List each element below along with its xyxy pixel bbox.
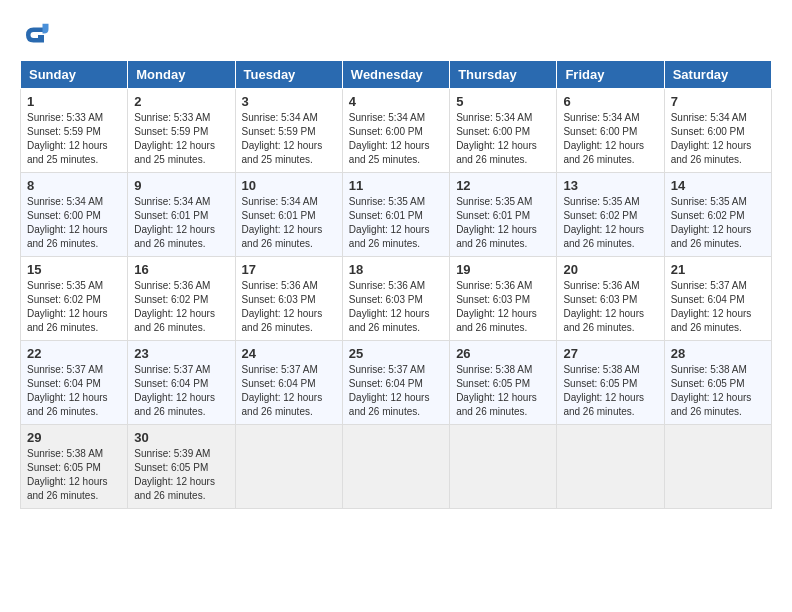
day-info: Sunrise: 5:35 AM Sunset: 6:02 PM Dayligh… — [671, 195, 765, 251]
calendar-week-row: 15 Sunrise: 5:35 AM Sunset: 6:02 PM Dayl… — [21, 257, 772, 341]
day-info: Sunrise: 5:39 AM Sunset: 6:05 PM Dayligh… — [134, 447, 228, 503]
sunrise-label: Sunrise: 5:34 AM — [456, 112, 532, 123]
daylight-label: Daylight: 12 hours — [134, 140, 215, 151]
sunrise-label: Sunrise: 5:39 AM — [134, 448, 210, 459]
calendar-cell: 29 Sunrise: 5:38 AM Sunset: 6:05 PM Dayl… — [21, 425, 128, 509]
sunset-label: Sunset: 6:04 PM — [134, 378, 208, 389]
daylight-minutes: and 26 minutes. — [242, 238, 313, 249]
weekday-header-saturday: Saturday — [664, 61, 771, 89]
calendar-cell: 27 Sunrise: 5:38 AM Sunset: 6:05 PM Dayl… — [557, 341, 664, 425]
sunrise-label: Sunrise: 5:38 AM — [563, 364, 639, 375]
day-info: Sunrise: 5:37 AM Sunset: 6:04 PM Dayligh… — [134, 363, 228, 419]
calendar-cell: 2 Sunrise: 5:33 AM Sunset: 5:59 PM Dayli… — [128, 89, 235, 173]
logo-icon — [20, 20, 50, 50]
daylight-minutes: and 26 minutes. — [563, 322, 634, 333]
weekday-header-monday: Monday — [128, 61, 235, 89]
weekday-header-wednesday: Wednesday — [342, 61, 449, 89]
daylight-label: Daylight: 12 hours — [27, 308, 108, 319]
daylight-label: Daylight: 12 hours — [27, 476, 108, 487]
daylight-label: Daylight: 12 hours — [349, 308, 430, 319]
day-info: Sunrise: 5:33 AM Sunset: 5:59 PM Dayligh… — [134, 111, 228, 167]
daylight-minutes: and 26 minutes. — [456, 154, 527, 165]
calendar-cell: 5 Sunrise: 5:34 AM Sunset: 6:00 PM Dayli… — [450, 89, 557, 173]
day-info: Sunrise: 5:38 AM Sunset: 6:05 PM Dayligh… — [563, 363, 657, 419]
daylight-label: Daylight: 12 hours — [563, 224, 644, 235]
page-container: SundayMondayTuesdayWednesdayThursdayFrid… — [20, 20, 772, 509]
sunrise-label: Sunrise: 5:33 AM — [27, 112, 103, 123]
daylight-label: Daylight: 12 hours — [134, 308, 215, 319]
sunrise-label: Sunrise: 5:37 AM — [349, 364, 425, 375]
calendar-cell: 19 Sunrise: 5:36 AM Sunset: 6:03 PM Dayl… — [450, 257, 557, 341]
daylight-minutes: and 26 minutes. — [134, 490, 205, 501]
weekday-header-thursday: Thursday — [450, 61, 557, 89]
calendar-cell: 10 Sunrise: 5:34 AM Sunset: 6:01 PM Dayl… — [235, 173, 342, 257]
calendar-cell: 26 Sunrise: 5:38 AM Sunset: 6:05 PM Dayl… — [450, 341, 557, 425]
sunset-label: Sunset: 6:01 PM — [456, 210, 530, 221]
sunset-label: Sunset: 6:05 PM — [27, 462, 101, 473]
sunrise-label: Sunrise: 5:36 AM — [134, 280, 210, 291]
sunset-label: Sunset: 6:01 PM — [134, 210, 208, 221]
calendar-cell — [342, 425, 449, 509]
sunset-label: Sunset: 6:03 PM — [456, 294, 530, 305]
calendar-cell — [664, 425, 771, 509]
day-info: Sunrise: 5:34 AM Sunset: 6:01 PM Dayligh… — [134, 195, 228, 251]
calendar-cell: 4 Sunrise: 5:34 AM Sunset: 6:00 PM Dayli… — [342, 89, 449, 173]
calendar-cell — [450, 425, 557, 509]
daylight-minutes: and 26 minutes. — [349, 238, 420, 249]
daylight-label: Daylight: 12 hours — [563, 308, 644, 319]
daylight-minutes: and 26 minutes. — [134, 238, 205, 249]
calendar-cell — [235, 425, 342, 509]
sunrise-label: Sunrise: 5:34 AM — [242, 112, 318, 123]
day-number: 25 — [349, 346, 443, 361]
daylight-label: Daylight: 12 hours — [134, 224, 215, 235]
sunset-label: Sunset: 6:02 PM — [671, 210, 745, 221]
weekday-header-row: SundayMondayTuesdayWednesdayThursdayFrid… — [21, 61, 772, 89]
day-info: Sunrise: 5:35 AM Sunset: 6:02 PM Dayligh… — [563, 195, 657, 251]
daylight-minutes: and 26 minutes. — [456, 406, 527, 417]
day-number: 11 — [349, 178, 443, 193]
daylight-label: Daylight: 12 hours — [349, 392, 430, 403]
sunrise-label: Sunrise: 5:37 AM — [242, 364, 318, 375]
sunrise-label: Sunrise: 5:38 AM — [671, 364, 747, 375]
day-number: 29 — [27, 430, 121, 445]
sunset-label: Sunset: 6:00 PM — [456, 126, 530, 137]
daylight-minutes: and 26 minutes. — [563, 154, 634, 165]
day-info: Sunrise: 5:34 AM Sunset: 6:00 PM Dayligh… — [456, 111, 550, 167]
day-number: 27 — [563, 346, 657, 361]
day-number: 26 — [456, 346, 550, 361]
calendar-cell: 13 Sunrise: 5:35 AM Sunset: 6:02 PM Dayl… — [557, 173, 664, 257]
sunset-label: Sunset: 6:01 PM — [242, 210, 316, 221]
day-info: Sunrise: 5:34 AM Sunset: 6:00 PM Dayligh… — [27, 195, 121, 251]
day-info: Sunrise: 5:34 AM Sunset: 6:00 PM Dayligh… — [349, 111, 443, 167]
daylight-label: Daylight: 12 hours — [456, 392, 537, 403]
sunrise-label: Sunrise: 5:34 AM — [671, 112, 747, 123]
day-number: 14 — [671, 178, 765, 193]
day-info: Sunrise: 5:38 AM Sunset: 6:05 PM Dayligh… — [27, 447, 121, 503]
daylight-minutes: and 26 minutes. — [456, 322, 527, 333]
daylight-minutes: and 26 minutes. — [27, 490, 98, 501]
day-number: 4 — [349, 94, 443, 109]
day-info: Sunrise: 5:35 AM Sunset: 6:01 PM Dayligh… — [456, 195, 550, 251]
day-number: 5 — [456, 94, 550, 109]
daylight-minutes: and 26 minutes. — [671, 322, 742, 333]
day-number: 16 — [134, 262, 228, 277]
weekday-header-friday: Friday — [557, 61, 664, 89]
sunset-label: Sunset: 6:05 PM — [671, 378, 745, 389]
daylight-label: Daylight: 12 hours — [456, 308, 537, 319]
daylight-minutes: and 26 minutes. — [671, 238, 742, 249]
calendar-cell: 14 Sunrise: 5:35 AM Sunset: 6:02 PM Dayl… — [664, 173, 771, 257]
calendar-cell: 1 Sunrise: 5:33 AM Sunset: 5:59 PM Dayli… — [21, 89, 128, 173]
daylight-minutes: and 25 minutes. — [134, 154, 205, 165]
daylight-minutes: and 26 minutes. — [456, 238, 527, 249]
calendar-cell: 30 Sunrise: 5:39 AM Sunset: 6:05 PM Dayl… — [128, 425, 235, 509]
daylight-label: Daylight: 12 hours — [27, 224, 108, 235]
sunset-label: Sunset: 6:02 PM — [134, 294, 208, 305]
calendar-cell: 7 Sunrise: 5:34 AM Sunset: 6:00 PM Dayli… — [664, 89, 771, 173]
calendar-cell: 9 Sunrise: 5:34 AM Sunset: 6:01 PM Dayli… — [128, 173, 235, 257]
day-info: Sunrise: 5:33 AM Sunset: 5:59 PM Dayligh… — [27, 111, 121, 167]
day-info: Sunrise: 5:36 AM Sunset: 6:03 PM Dayligh… — [563, 279, 657, 335]
day-number: 22 — [27, 346, 121, 361]
daylight-minutes: and 26 minutes. — [563, 238, 634, 249]
sunset-label: Sunset: 6:04 PM — [27, 378, 101, 389]
sunrise-label: Sunrise: 5:36 AM — [349, 280, 425, 291]
